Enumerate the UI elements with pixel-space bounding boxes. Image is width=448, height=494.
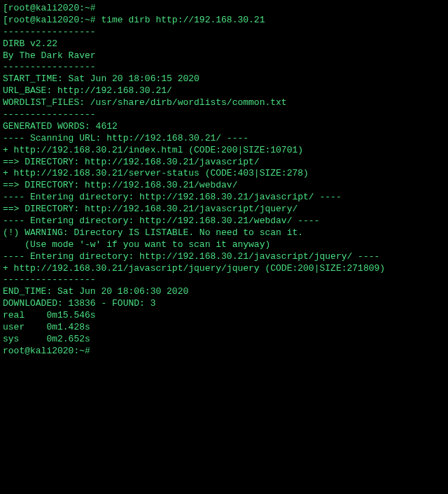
terminal-line: + http://192.168.30.21/server-status (CO… (3, 168, 445, 180)
terminal-line: ----------------- (3, 27, 445, 38)
terminal-line: ---- Entering directory: http://192.168.… (3, 251, 445, 263)
terminal-line: real 0m15.546s (3, 310, 445, 322)
terminal-line: ==> DIRECTORY: http://192.168.30.21/java… (3, 157, 445, 169)
terminal-line: ==> DIRECTORY: http://192.168.30.21/java… (3, 204, 445, 216)
terminal-line: END_TIME: Sat Jun 20 18:06:30 2020 (3, 286, 445, 298)
terminal-line: + http://192.168.30.21/index.html (CODE:… (3, 145, 445, 157)
terminal-line: ----------------- (3, 109, 445, 121)
terminal-line: [root@kali2020:~# time dirb http://192.1… (3, 15, 445, 27)
terminal-line: ----------------- (3, 274, 445, 286)
terminal-line: ==> DIRECTORY: http://192.168.30.21/webd… (3, 180, 445, 192)
terminal-line: DIRB v2.22 (3, 38, 445, 50)
terminal-line: root@kali2020:~# (3, 346, 445, 358)
terminal-line: (!) WARNING: Directory IS LISTABLE. No n… (3, 227, 445, 239)
terminal-line: + http://192.168.30.21/javascript/jquery… (3, 263, 445, 275)
terminal-line: URL_BASE: http://192.168.30.21/ (3, 85, 445, 97)
terminal-line: WORDLIST_FILES: /usr/share/dirb/wordlist… (3, 97, 445, 109)
terminal-line: [root@kali2020:~# (3, 3, 445, 15)
terminal-line: ---- Entering directory: http://192.168.… (3, 216, 445, 227)
terminal-line: START_TIME: Sat Jun 20 18:06:15 2020 (3, 73, 445, 85)
terminal-line: user 0m1.428s (3, 322, 445, 334)
terminal-line: sys 0m2.652s (3, 334, 445, 346)
terminal-line: DOWNLOADED: 13836 - FOUND: 3 (3, 298, 445, 310)
terminal-line: (Use mode '-w' if you want to scan it an… (3, 239, 445, 251)
terminal-line: ---- Entering directory: http://192.168.… (3, 192, 445, 204)
terminal-line: GENERATED WORDS: 4612 (3, 121, 445, 133)
terminal-line: ----------------- (3, 62, 445, 73)
terminal-output[interactable]: [root@kali2020:~#[root@kali2020:~# time … (3, 3, 445, 358)
terminal-line: ---- Scanning URL: http://192.168.30.21/… (3, 133, 445, 145)
terminal-line: By The Dark Raver (3, 50, 445, 62)
